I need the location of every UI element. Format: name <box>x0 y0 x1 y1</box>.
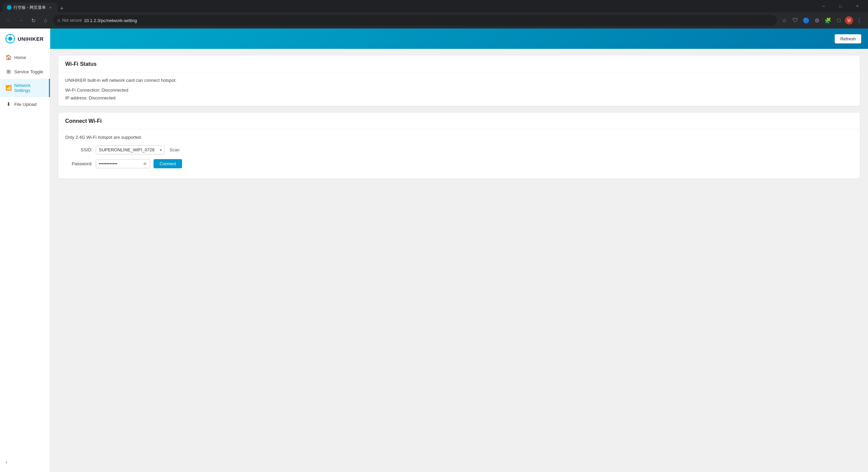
ssid-select-container: SUPERONLINE_WIFI_0728 <box>96 145 165 154</box>
sidebar-item-service-toggle[interactable]: ⊞ Service Toggle <box>0 64 50 79</box>
scan-button[interactable]: Scan <box>167 146 182 154</box>
reload-button[interactable]: ↻ <box>29 16 38 25</box>
page-layout: UNIHIKER 🏠 Home ⊞ Service Toggle 📶 Netwo… <box>0 29 868 472</box>
wifi-connection-status: Wi-Fi Connection: Disconnected <box>65 88 853 93</box>
wifi-status-title: Wi-Fi Status <box>58 56 860 72</box>
service-toggle-icon: ⊞ <box>5 69 12 75</box>
security-icon: ⚠ <box>57 18 61 23</box>
home-button[interactable]: ⌂ <box>41 16 50 25</box>
wifi-ip-value: Disconnected <box>89 95 115 100</box>
wifi-note: Only 2.4G Wi-Fi hotspot are supported. <box>65 135 853 140</box>
new-tab-button[interactable]: + <box>57 5 67 12</box>
ext2-icon[interactable]: 🔵 <box>801 16 811 25</box>
wifi-connection-value: Disconnected <box>102 88 128 93</box>
close-button[interactable]: × <box>850 1 865 11</box>
ssid-select-wrapper: SUPERONLINE_WIFI_0728 Scan <box>96 145 182 154</box>
sidebar-item-home[interactable]: 🏠 Home <box>0 50 50 64</box>
top-bar: Refresh <box>50 29 868 49</box>
maximize-button[interactable]: □ <box>833 1 848 11</box>
ssid-row: SSID: SUPERONLINE_WIFI_0728 Scan <box>65 145 853 154</box>
sidebar-collapse-button[interactable]: ‹ <box>0 455 50 469</box>
tab-close-button[interactable]: × <box>48 5 53 10</box>
active-tab[interactable]: 行空板 - 网页显单 × <box>3 3 57 12</box>
wifi-status-body: UNIHIKER built-in wifi network card can … <box>58 72 860 106</box>
bookmark-icon[interactable]: ☆ <box>780 16 789 25</box>
ext5-icon[interactable]: □ <box>834 16 844 25</box>
password-row: Password: 👁 Connect <box>65 159 853 168</box>
sidebar: UNIHIKER 🏠 Home ⊞ Service Toggle 📶 Netwo… <box>0 29 50 472</box>
refresh-button[interactable]: Refresh <box>835 34 861 43</box>
ext1-icon[interactable]: 🛡 <box>791 16 800 25</box>
menu-button[interactable]: ⋮ <box>854 16 864 25</box>
content-area: Wi-Fi Status UNIHIKER built-in wifi netw… <box>50 49 868 185</box>
sidebar-item-network-settings[interactable]: 📶 Network Settings <box>0 79 50 97</box>
wifi-info: UNIHIKER built-in wifi network card can … <box>65 78 853 100</box>
svg-point-1 <box>8 37 12 41</box>
tab-favicon <box>7 5 12 10</box>
collapse-icon: ‹ <box>5 459 7 465</box>
network-settings-icon: 📶 <box>5 85 12 91</box>
browser-titlebar: 行空板 - 网页显单 × + ─ □ × <box>0 0 868 12</box>
address-text: 10.1.2.3/pc/network-setting <box>84 18 137 23</box>
ext4-icon[interactable]: 🧩 <box>823 16 833 25</box>
browser-tabs: 行空板 - 网页显单 × + <box>3 0 66 12</box>
forward-button[interactable]: → <box>16 16 26 25</box>
browser-chrome: 行空板 - 网页显单 × + ─ □ × ← → ↻ ⌂ ⚠ Not secur… <box>0 0 868 29</box>
password-label: Password: <box>65 161 92 166</box>
sidebar-item-label-file-upload: File Upload <box>14 102 37 107</box>
sidebar-item-file-upload[interactable]: ⬇ File Upload <box>0 97 50 111</box>
sidebar-logo: UNIHIKER <box>0 29 50 50</box>
ssid-label: SSID: <box>65 147 92 152</box>
browser-addressbar: ← → ↻ ⌂ ⚠ Not secure 10.1.2.3/pc/network… <box>0 12 868 29</box>
address-bar[interactable]: ⚠ Not secure 10.1.2.3/pc/network-setting <box>53 15 777 26</box>
home-icon: 🏠 <box>5 54 12 60</box>
connect-wifi-title: Connect Wi-Fi <box>58 113 860 129</box>
browser-extensions: ☆ 🛡 🔵 ⚙ 🧩 □ U ⋮ <box>780 16 864 25</box>
connect-button[interactable]: Connect <box>153 159 182 168</box>
sidebar-item-label-home: Home <box>14 55 26 60</box>
logo-icon <box>5 34 15 43</box>
password-input[interactable] <box>96 159 150 168</box>
sidebar-item-label-network-settings: Network Settings <box>14 83 43 93</box>
tab-title: 行空板 - 网页显单 <box>14 5 46 11</box>
password-toggle-icon[interactable]: 👁 <box>143 161 147 166</box>
sidebar-nav: 🏠 Home ⊞ Service Toggle 📶 Network Settin… <box>0 50 50 455</box>
security-label: Not secure <box>62 18 82 23</box>
wifi-status-card: Wi-Fi Status UNIHIKER built-in wifi netw… <box>58 56 860 106</box>
wifi-description: UNIHIKER built-in wifi network card can … <box>65 78 853 83</box>
wifi-ip-label: IP address: <box>65 95 88 100</box>
connect-wifi-card: Connect Wi-Fi Only 2.4G Wi-Fi hotspot ar… <box>58 113 860 178</box>
minimize-button[interactable]: ─ <box>816 1 831 11</box>
security-badge: ⚠ Not secure <box>57 18 82 23</box>
back-button[interactable]: ← <box>4 16 14 25</box>
connect-wifi-body: Only 2.4G Wi-Fi hotspot are supported. S… <box>58 129 860 178</box>
ssid-select[interactable]: SUPERONLINE_WIFI_0728 <box>96 145 165 154</box>
logo-text: UNIHIKER <box>18 36 44 42</box>
wifi-connection-label: Wi-Fi Connection: <box>65 88 100 93</box>
file-upload-icon: ⬇ <box>5 101 12 107</box>
ext3-icon[interactable]: ⚙ <box>812 16 822 25</box>
main-content: Refresh Wi-Fi Status UNIHIKER built-in w… <box>50 29 868 472</box>
window-controls: ─ □ × <box>816 1 865 11</box>
wifi-ip-status: IP address: Disconnected <box>65 95 853 100</box>
profile-icon[interactable]: U <box>845 16 853 24</box>
sidebar-item-label-service-toggle: Service Toggle <box>14 69 43 74</box>
password-input-wrapper: 👁 <box>96 159 150 168</box>
